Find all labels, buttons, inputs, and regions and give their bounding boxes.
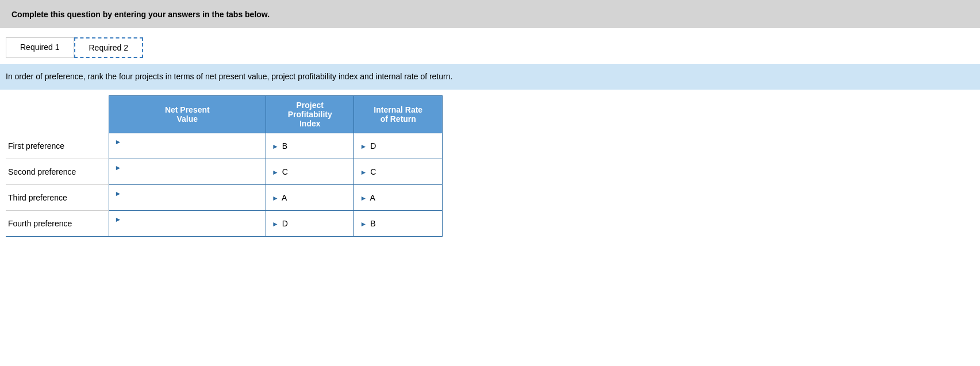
arrow-icon-npv-first: ►	[115, 138, 122, 146]
irr-value-first: D	[370, 141, 376, 151]
table-row: Fourth preference ► ► D ► B	[6, 211, 443, 237]
arrow-icon-ppi-fourth: ►	[272, 220, 279, 228]
npv-cell-fourth[interactable]: ►	[109, 211, 266, 237]
tab-required-1[interactable]: Required 1	[6, 37, 74, 58]
instructions-area: In order of preference, rank the four pr…	[0, 64, 980, 90]
irr-cell-third[interactable]: ► A	[354, 185, 443, 211]
ppi-value-second: C	[282, 167, 288, 176]
irr-cell-fourth[interactable]: ► B	[354, 211, 443, 237]
npv-cell-first[interactable]: ►	[109, 133, 266, 159]
arrow-icon-npv-third: ►	[115, 190, 122, 198]
col-header-irr: Internal Rateof Return	[354, 96, 443, 133]
npv-cell-third[interactable]: ►	[109, 185, 266, 211]
ppi-cell-fourth[interactable]: ► D	[266, 211, 354, 237]
table-row: Third preference ► ► A ► A	[6, 185, 443, 211]
npv-input-first[interactable]	[115, 146, 260, 155]
arrow-icon-ppi-first: ►	[272, 142, 279, 151]
tab-required-2[interactable]: Required 2	[74, 37, 144, 58]
col-header-npv: Net PresentValue	[109, 96, 266, 133]
instructions-text: In order of preference, rank the four pr…	[6, 72, 452, 81]
irr-value-second: C	[370, 167, 376, 176]
ppi-cell-first[interactable]: ► B	[266, 133, 354, 159]
npv-input-fourth[interactable]	[115, 224, 260, 233]
arrow-icon-irr-third: ►	[360, 194, 367, 202]
arrow-icon-irr-first: ►	[360, 142, 367, 151]
col-header-ppi: ProjectProfitabilityIndex	[266, 96, 354, 133]
irr-cell-first[interactable]: ► D	[354, 133, 443, 159]
npv-input-second[interactable]	[115, 172, 260, 181]
table-row: Second preference ► ► C ► C	[6, 159, 443, 185]
arrow-icon-ppi-second: ►	[272, 168, 279, 176]
ppi-value-third: A	[282, 193, 287, 202]
arrow-icon-ppi-third: ►	[272, 194, 279, 202]
arrow-icon-npv-second: ►	[115, 164, 122, 172]
irr-cell-second[interactable]: ► C	[354, 159, 443, 185]
arrow-icon-npv-fourth: ►	[115, 215, 122, 224]
arrow-icon-irr-second: ►	[360, 168, 367, 176]
ppi-cell-third[interactable]: ► A	[266, 185, 354, 211]
row-label-first: First preference	[6, 133, 109, 159]
tabs-container: Required 1 Required 2	[0, 28, 980, 58]
header-banner: Complete this question by entering your …	[0, 0, 980, 28]
header-instruction: Complete this question by entering your …	[11, 10, 270, 19]
ppi-cell-second[interactable]: ► C	[266, 159, 354, 185]
npv-cell-second[interactable]: ►	[109, 159, 266, 185]
table-row: First preference ► ► B ► D	[6, 133, 443, 159]
ranking-table: Net PresentValue ProjectProfitabilityInd…	[6, 95, 443, 237]
row-label-third: Third preference	[6, 185, 109, 211]
table-area: Net PresentValue ProjectProfitabilityInd…	[0, 90, 980, 242]
row-label-second: Second preference	[6, 159, 109, 185]
arrow-icon-irr-fourth: ►	[360, 220, 367, 228]
npv-input-third[interactable]	[115, 198, 260, 207]
col-header-empty	[6, 96, 109, 133]
irr-value-third: A	[370, 193, 375, 202]
row-label-fourth: Fourth preference	[6, 211, 109, 237]
ppi-value-fourth: D	[282, 219, 288, 228]
ppi-value-first: B	[282, 141, 287, 151]
irr-value-fourth: B	[370, 219, 375, 228]
